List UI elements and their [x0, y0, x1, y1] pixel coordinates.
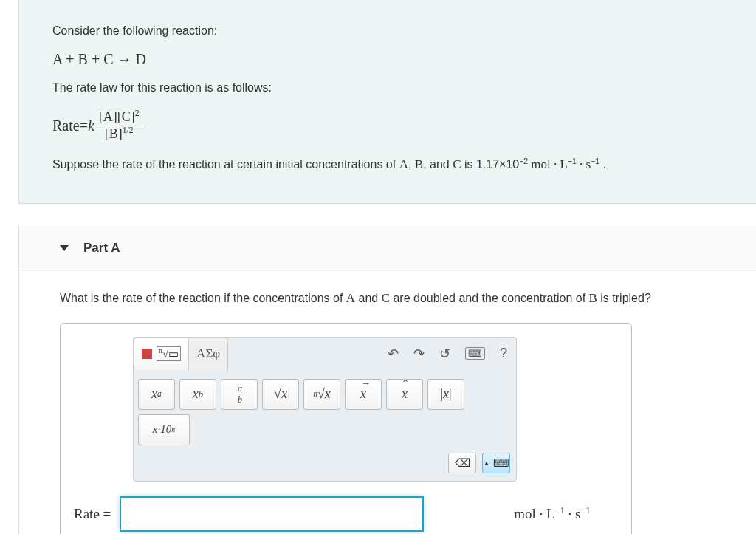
templates-tab[interactable]: n√▭	[134, 338, 188, 370]
greek-tab[interactable]: ΑΣφ	[188, 338, 228, 370]
keyboard-icon[interactable]: ⌨	[465, 347, 485, 360]
answer-box: n√▭ ΑΣφ ↶ ↷ ↺ ⌨ ? xa xb	[60, 323, 632, 534]
sqrt-button[interactable]: √x	[262, 379, 299, 410]
help-icon[interactable]: ?	[500, 346, 507, 361]
palette-control-row: ⌫ ▲ ⌨	[134, 450, 516, 481]
part-a-title: Part A	[83, 241, 120, 256]
fraction-button[interactable]: a b	[221, 379, 258, 410]
collapse-caret-icon	[60, 245, 69, 251]
intro-text: Consider the following reaction:	[52, 21, 723, 41]
nroot-tab-icon: n√▭	[157, 346, 181, 361]
rate-law-fraction: [A][C]2 [B]1/2	[96, 109, 142, 142]
question-text: What is the rate of the reaction if the …	[60, 289, 715, 308]
toolbar-icons: ↶ ↷ ↺ ⌨ ?	[388, 346, 516, 362]
subscript-button[interactable]: xb	[179, 379, 216, 410]
absolute-value-button[interactable]: |x|	[427, 379, 464, 410]
rect-icon	[142, 349, 152, 359]
hat-button[interactable]: ˆx	[386, 379, 423, 410]
rate-law-equation: Rate = k [A][C]2 [B]1/2	[52, 109, 723, 142]
vector-button[interactable]: →x	[345, 379, 382, 410]
undo-icon[interactable]: ↶	[388, 346, 399, 362]
math-buttons-row: xa xb a b √x n√x →x	[134, 370, 516, 450]
scientific-notation-button[interactable]: x·10n	[138, 414, 190, 445]
answer-units: mol · L−1 · s−1	[514, 506, 590, 522]
rate-law-intro: The rate law for this reaction is as fol…	[52, 78, 723, 97]
backspace-button[interactable]: ⌫	[448, 453, 476, 473]
show-keypad-button[interactable]: ▲ ⌨	[482, 453, 510, 473]
reaction-equation: A + B + C → D	[52, 47, 723, 72]
rate-answer-input[interactable]	[120, 496, 424, 532]
problem-statement: Consider the following reaction: A + B +…	[18, 0, 756, 204]
answer-input-row: Rate = mol · L−1 · s−1	[71, 496, 621, 532]
part-a-body: What is the rate of the reaction if the …	[18, 271, 756, 534]
equation-palette: n√▭ ΑΣφ ↶ ↷ ↺ ⌨ ? xa xb	[133, 337, 517, 482]
redo-icon[interactable]: ↷	[413, 346, 425, 362]
given-rate-text: Suppose the rate of the reaction at cert…	[52, 154, 723, 176]
rate-label: Rate =	[74, 506, 111, 522]
part-a-header[interactable]: Part A	[18, 226, 756, 271]
superscript-button[interactable]: xa	[138, 379, 175, 410]
palette-top-row: n√▭ ΑΣφ ↶ ↷ ↺ ⌨ ?	[134, 338, 516, 370]
reset-icon[interactable]: ↺	[439, 346, 450, 362]
nth-root-button[interactable]: n√x	[303, 379, 340, 410]
